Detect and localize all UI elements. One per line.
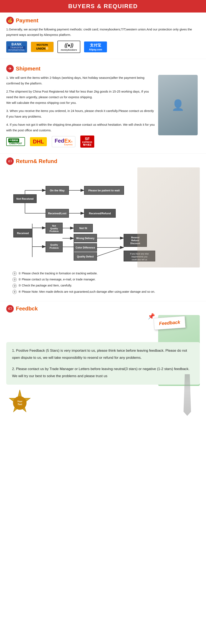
svg-text:Wrong Delivery: Wrong Delivery [76, 237, 95, 240]
shipment-title-row: ✈ Shipment [6, 65, 200, 72]
feedback-content: 1. Positive Feedback (5 Stars) is very i… [6, 342, 200, 385]
svg-line-44 [97, 247, 124, 256]
svg-text:Not: Not [52, 224, 56, 227]
feedback-title-row: 🏷 Feedbck [6, 305, 200, 312]
moneybookers-logo: ((●)) moneybookers [57, 41, 80, 53]
gold-badge: Your Text [6, 389, 33, 416]
badge-area: Your Text [6, 389, 200, 416]
pushpin-icon: 📌 [148, 313, 155, 320]
svg-text:Received/Lost: Received/Lost [48, 212, 67, 215]
payment-heading: Payment [16, 17, 38, 24]
shipment-heading: Shipment [16, 66, 40, 72]
shipment-point-4: 4. If you have not got it within the shi… [6, 122, 156, 133]
badge-svg: Your Text [6, 389, 33, 416]
page-title: BUYERS & REQUIRED [0, 3, 206, 10]
dhl-logo: DHL [30, 137, 47, 146]
alipay-logo: 支付宝 Alipay.com [84, 42, 107, 52]
refund-notes: ① ① Please check the tracking in formati… [6, 271, 200, 294]
note-icon-1: ① [12, 272, 17, 276]
shipment-point-1: 1. We will sent the items within 2-5days… [6, 75, 156, 86]
payment-section: 💰 Payment 1.Generally, we accept the fol… [0, 12, 206, 57]
shipment-points: 1. We will sent the items within 2-5days… [6, 75, 200, 133]
svg-text:Received/Refund: Received/Refund [89, 212, 111, 215]
shipment-point-2: 2.The shipment by China Post Registered … [6, 88, 156, 106]
svg-text:Not fit: Not fit [79, 226, 87, 230]
payment-text: 1.Generally, we accept the following pay… [6, 27, 200, 37]
svg-text:Problem: Problem [50, 247, 59, 249]
feedback-note: Feedback [154, 316, 186, 330]
feedback-heading: Feedbck [16, 306, 38, 312]
page-header: BUYERS & REQUIRED [0, 0, 206, 12]
feedback-visual: 👩 📌 Feedback [6, 315, 200, 340]
refund-icon: 🏷 [6, 158, 14, 165]
shipment-section: ✈ Shipment 👤 1. We will sent the items w… [0, 61, 206, 152]
svg-text:Color Difference: Color Difference [76, 246, 95, 249]
feedback-text-2: 2. Please contact us by Trade Manager or… [12, 366, 194, 380]
feedback-text-1: 1. Positive Feedback (5 Stars) is very i… [12, 347, 194, 361]
feedback-section: 🏷 Feedbck 👩 📌 Feedback 1. Positive Feedb… [0, 303, 206, 422]
svg-text:Received: Received [17, 232, 29, 235]
svg-text:Quality Defect: Quality Defect [77, 255, 94, 258]
svg-text:Please be patient to wait: Please be patient to wait [89, 189, 120, 192]
payment-title-row: 💰 Payment [6, 17, 200, 24]
china-post-logo: 中国邮政 CHINA POST [6, 137, 25, 146]
refund-heading: Return& Refund [16, 158, 57, 164]
shipping-logos: 中国邮政 CHINA POST DHL FedEx® Express SF EX… [6, 136, 200, 148]
note-1: ① ① Please check the tracking in formati… [12, 271, 194, 276]
svg-text:Text: Text [17, 403, 22, 406]
svg-text:Not Received: Not Received [16, 197, 33, 200]
refund-title-row: 🏷 Return& Refund [6, 158, 200, 165]
payment-icon: 💰 [6, 17, 14, 24]
note-4: ④ ④ Please Note: Men made defects are no… [12, 289, 194, 294]
refund-section: 🏷 Return& Refund Not Received On the Way [0, 155, 206, 300]
svg-text:Problem: Problem [50, 230, 59, 232]
flowchart-wrapper: Not Received On the Way Please be patien… [6, 168, 200, 268]
note-icon-4: ④ [12, 290, 17, 294]
fedex-logo: FedEx® Express [52, 136, 75, 147]
note-icon-3: ③ [12, 284, 17, 288]
svg-text:Your: Your [17, 400, 22, 402]
feedback-icon: 🏷 [6, 305, 14, 312]
shipment-content: 👤 1. We will sent the items within 2-5da… [6, 75, 200, 148]
sf-express-logo: SF EXPRESS 顺丰速运 [80, 136, 94, 148]
svg-text:On the Way: On the Way [50, 189, 65, 192]
svg-text:Quality: Quality [50, 244, 58, 246]
note-icon-2: ② [12, 278, 17, 282]
payment-logos: BANKTRANSFER INTERNATIONAL WESTERN UNION… [6, 41, 200, 53]
shipment-point-3: 3. When you receive the items you ordere… [6, 108, 156, 119]
svg-text:Quality: Quality [50, 227, 58, 230]
note-3: ③ ③ Check the package and Item, carefull… [12, 283, 194, 288]
note-2: ② ② Please contact us by meesage, e-mail… [12, 277, 194, 282]
bank-transfer-logo: BANKTRANSFER INTERNATIONAL [6, 41, 27, 52]
western-union-logo: WESTERN UNION® [31, 42, 54, 52]
shipment-icon: ✈ [6, 65, 14, 72]
